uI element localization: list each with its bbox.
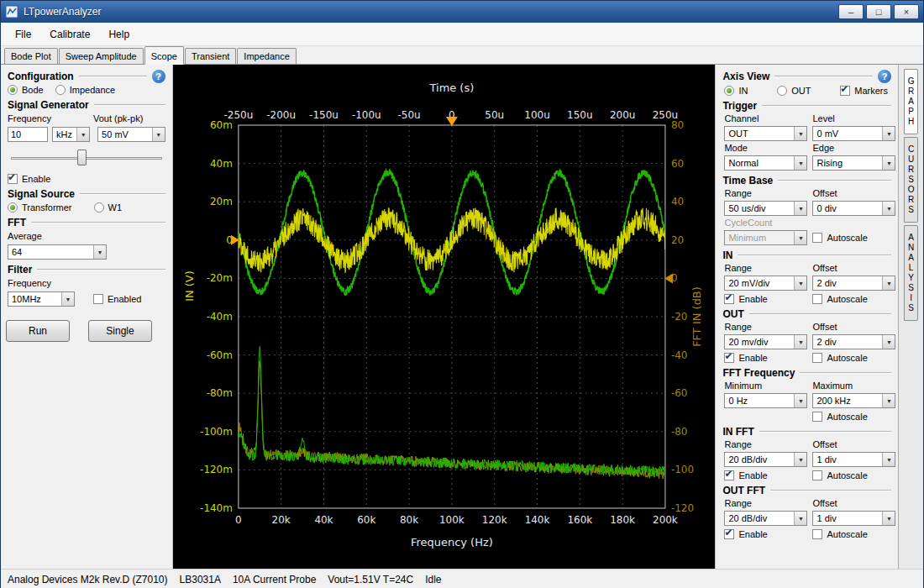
side-tab-graph[interactable]: GRAPH <box>904 69 918 134</box>
radio-indicator <box>8 85 18 95</box>
frequency-label: Frequency <box>8 113 93 124</box>
svg-text:150u: 150u <box>567 109 592 121</box>
out-fft-autoscale-checkbox[interactable]: Autoscale <box>812 529 895 539</box>
time-base-offset-select[interactable]: 0 div ▼ <box>812 201 895 216</box>
fft-title: FFT <box>8 217 26 228</box>
trigger-mode-select[interactable]: Normal ▼ <box>724 155 807 171</box>
fft-maximum-select[interactable]: 200 kHz ▼ <box>812 393 895 408</box>
vout-select[interactable]: 50 mV ▼ <box>97 127 165 142</box>
trigger-channel-select[interactable]: OUT ▼ <box>724 126 807 141</box>
in-range-select[interactable]: 20 mV/div ▼ <box>724 276 807 291</box>
tab-transient[interactable]: Transient <box>185 48 236 64</box>
side-tab-analysis[interactable]: ANALYSIS <box>904 225 918 321</box>
chevron-down-icon: ▼ <box>93 245 106 259</box>
in-fft-autoscale-checkbox[interactable]: Autoscale <box>812 470 895 480</box>
svg-text:40k: 40k <box>314 514 333 526</box>
frequency-unit-select[interactable]: kHz ▼ <box>52 127 90 142</box>
out-fft-enable-checkbox[interactable]: Enable <box>724 529 807 539</box>
run-button[interactable]: Run <box>6 320 70 342</box>
svg-text:-120m: -120m <box>200 464 233 475</box>
amplitude-slider[interactable] <box>11 149 162 167</box>
svg-text:20k: 20k <box>271 514 290 526</box>
group-signal-source: Signal Source Transformer W1 <box>8 187 165 213</box>
axis-in-radio[interactable]: IN <box>724 86 748 96</box>
help-icon[interactable]: ? <box>152 70 165 83</box>
in-offset-label: Offset <box>812 263 895 274</box>
tab-sweep-amplitude[interactable]: Sweep Amplitude <box>59 48 144 64</box>
fft-minimum-select[interactable]: 0 Hz ▼ <box>724 393 807 408</box>
single-button[interactable]: Single <box>88 320 152 342</box>
checkbox-indicator <box>840 86 850 96</box>
menu-help[interactable]: Help <box>99 24 139 45</box>
time-base-range-select[interactable]: 50 us/div ▼ <box>724 201 807 216</box>
svg-text:-40m: -40m <box>206 311 232 323</box>
out-range-select[interactable]: 20 mv/div ▼ <box>724 334 807 349</box>
time-base-autoscale-checkbox[interactable]: Autoscale <box>812 233 895 243</box>
svg-text:0: 0 <box>235 514 242 526</box>
transformer-radio[interactable]: Transformer <box>8 202 72 213</box>
time-base-range-label: Range <box>724 188 807 199</box>
out-fft-title: OUT FFT <box>722 485 765 496</box>
close-button[interactable]: × <box>894 4 919 19</box>
axis-view-title: Axis View <box>722 71 769 82</box>
svg-text:20: 20 <box>671 234 684 246</box>
svg-text:50u: 50u <box>485 109 504 121</box>
minimize-button[interactable]: – <box>838 4 864 19</box>
in-autoscale-checkbox[interactable]: Autoscale <box>812 294 895 304</box>
tab-impedance[interactable]: Impedance <box>237 48 296 64</box>
menu-file[interactable]: File <box>6 24 40 45</box>
scope-plot-area: -250u060m80-200u20k40m60-150u40k20m40-10… <box>173 65 716 569</box>
svg-text:-80: -80 <box>671 426 688 438</box>
in-fft-range-select[interactable]: 20 dB/div ▼ <box>724 452 807 467</box>
tab-scope[interactable]: Scope <box>144 46 184 65</box>
w1-radio[interactable]: W1 <box>94 202 123 213</box>
out-autoscale-checkbox[interactable]: Autoscale <box>812 353 895 363</box>
group-divider <box>80 193 165 194</box>
svg-text:-20m: -20m <box>206 272 232 284</box>
in-fft-enable-checkbox[interactable]: Enable <box>724 470 807 480</box>
svg-text:20m: 20m <box>210 196 233 207</box>
in-fft-range-label: Range <box>724 439 807 450</box>
fft-frequency-autoscale-checkbox[interactable]: Autoscale <box>812 412 895 422</box>
group-divider <box>778 180 891 181</box>
trigger-level-select[interactable]: 0 mV ▼ <box>812 126 895 141</box>
slider-thumb[interactable] <box>77 150 87 165</box>
in-fft-offset-select[interactable]: 1 div ▼ <box>812 452 895 467</box>
frequency-input[interactable] <box>8 127 48 142</box>
menu-calibrate[interactable]: Calibrate <box>40 24 99 45</box>
chevron-down-icon: ▼ <box>61 292 74 306</box>
impedance-radio[interactable]: Impedance <box>55 85 115 95</box>
chevron-down-icon: ▼ <box>794 127 806 140</box>
tab-bode-plot[interactable]: Bode Plot <box>4 48 58 64</box>
out-offset-select[interactable]: 2 div ▼ <box>812 334 895 349</box>
in-offset-select[interactable]: 2 div ▼ <box>812 276 895 291</box>
autoscale-label: Autoscale <box>827 470 867 480</box>
out-enable-checkbox[interactable]: Enable <box>724 353 807 363</box>
axis-out-radio[interactable]: OUT <box>777 86 811 96</box>
fft-average-select[interactable]: 64 ▼ <box>8 244 107 260</box>
bode-radio[interactable]: Bode <box>8 85 44 95</box>
svg-text:-100m: -100m <box>200 426 233 438</box>
signal-enable-checkbox[interactable]: Enable <box>8 174 50 184</box>
markers-checkbox[interactable]: Markers <box>840 86 888 96</box>
side-tab-cursors[interactable]: CURSORS <box>904 137 918 223</box>
trigger-edge-select[interactable]: Rising ▼ <box>812 155 895 171</box>
in-title: IN <box>722 249 732 261</box>
help-icon[interactable]: ? <box>878 70 891 83</box>
filter-frequency-select[interactable]: 10MHz ▼ <box>8 291 75 307</box>
fft-minimum-label: Minimum <box>724 381 807 391</box>
svg-text:100k: 100k <box>439 514 465 526</box>
level-marker-left[interactable] <box>231 235 239 245</box>
maximize-button[interactable]: □ <box>866 4 891 19</box>
status-bar: Analog Devices M2k Rev.D (Z7010) LB3031A… <box>1 569 923 588</box>
in-enable-checkbox[interactable]: Enable <box>724 294 807 304</box>
svg-text:60m: 60m <box>210 119 233 131</box>
svg-text:180k: 180k <box>610 514 635 526</box>
out-fft-offset-select[interactable]: 1 div ▼ <box>812 511 895 526</box>
filter-enabled-checkbox[interactable]: Enabled <box>93 294 141 304</box>
checkbox-indicator <box>812 470 822 480</box>
titlebar[interactable]: LTpowerAnalyzer – □ × <box>1 1 923 23</box>
out-fft-range-select[interactable]: 20 dB/div ▼ <box>724 511 807 526</box>
out-title: OUT <box>722 308 743 320</box>
time-marker[interactable] <box>446 117 458 126</box>
